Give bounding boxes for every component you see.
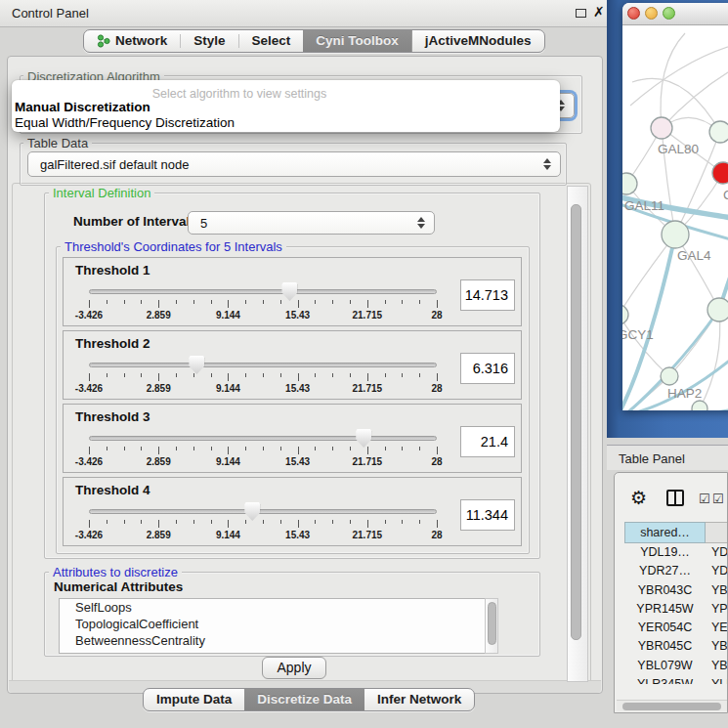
cell-shared-name[interactable]: YBL079W	[624, 657, 706, 675]
tick-label: -3.426	[75, 530, 103, 540]
cell-name[interactable]: YLR3	[706, 675, 728, 684]
tab-label: Impute Data	[156, 689, 232, 710]
table-data-combo[interactable]: galFiltered.sif default node	[27, 151, 561, 177]
table-row[interactable]: YBR043CYBR0	[624, 581, 728, 600]
node-h[interactable]	[707, 298, 728, 321]
tab-style[interactable]: Style	[181, 30, 237, 52]
attribute-item-betweennesscentrality[interactable]: BetweennessCentrality	[60, 632, 497, 649]
tab-network[interactable]: Network	[84, 30, 180, 52]
tick-label: 15.43	[285, 456, 310, 467]
tab-discretize-data[interactable]: Discretize Data	[244, 689, 364, 710]
node-table-rows: YDL19…YDL1YDR27…YDR2YBR043CYBR0YPR145WYP…	[624, 543, 728, 684]
float-window-icon[interactable]	[576, 9, 586, 18]
node-red-selected[interactable]	[712, 162, 728, 184]
table-row[interactable]: YBR045CYBR0	[624, 637, 728, 656]
minor-tick	[332, 300, 333, 304]
popup-option-equal-width[interactable]: Equal Width/Frequency Discretization	[15, 115, 235, 130]
cell-shared-name[interactable]: YER054C	[624, 619, 706, 637]
attribute-item-selfloops[interactable]: SelfLoops	[60, 599, 497, 616]
minor-tick	[211, 373, 212, 377]
major-tick	[367, 300, 368, 308]
minor-tick	[315, 373, 316, 377]
cell-shared-name[interactable]: YDL19…	[624, 543, 706, 562]
table-row[interactable]: YPR145WYPR1	[624, 600, 728, 619]
slider-thumb[interactable]	[281, 282, 297, 301]
attr-list-scrollbar-track[interactable]	[485, 598, 498, 654]
cell-name[interactable]: YBR0	[706, 637, 728, 656]
slider-track[interactable]	[89, 289, 437, 294]
minor-tick	[419, 373, 420, 377]
threshold-panel-2: Threshold 2-3.4262.8599.14415.4321.71528…	[63, 330, 522, 400]
major-tick	[89, 447, 90, 454]
checkbox-icon[interactable]: ☑	[699, 492, 710, 506]
cell-name[interactable]: YDL1	[706, 543, 728, 562]
cell-shared-name[interactable]: YPR145W	[624, 600, 706, 619]
table-row[interactable]: YLR345WYLR3	[624, 675, 728, 684]
table-row[interactable]: YDR27…YDR2	[624, 562, 728, 580]
node-top-right[interactable]	[709, 121, 728, 143]
minimize-traffic-light[interactable]	[645, 7, 658, 20]
attr-list-scrollbar-thumb[interactable]	[488, 602, 496, 645]
slider-track[interactable]	[89, 363, 437, 367]
minor-tick	[211, 447, 212, 450]
cell-shared-name[interactable]: YDR27…	[624, 562, 706, 580]
table-hscrollbar-thumb[interactable]	[622, 703, 721, 710]
major-tick	[89, 520, 90, 528]
major-tick	[367, 373, 368, 381]
zoom-traffic-light[interactable]	[663, 7, 675, 20]
node-bottom[interactable]	[692, 401, 707, 410]
tab-impute-data[interactable]: Impute Data	[144, 689, 244, 710]
cell-name[interactable]: YPR1	[706, 600, 728, 619]
tab-infer-network[interactable]: Infer Network	[364, 689, 474, 710]
tab-jactivemnodules[interactable]: jActiveMNodules	[411, 30, 544, 52]
cell-shared-name[interactable]: YBR045C	[624, 637, 706, 656]
column-layout-icon[interactable]	[666, 490, 684, 506]
slider-thumb[interactable]	[356, 429, 371, 448]
minor-tick	[419, 447, 420, 450]
node-gal80[interactable]	[651, 117, 672, 139]
node-hap2[interactable]	[661, 367, 678, 385]
column-header-name[interactable]: n	[706, 522, 728, 543]
slider-thumb[interactable]	[189, 356, 204, 374]
threshold-value-field[interactable]: 14.713	[460, 279, 515, 311]
network-window: GAL80 G. C GAL11 GAL4 GCY1 H HAP2	[622, 3, 728, 410]
table-hscrollbar-track[interactable]	[617, 700, 727, 711]
minor-tick	[350, 520, 351, 524]
popup-option-manual[interactable]: Manual Discretization	[15, 100, 150, 114]
table-row[interactable]: YDL19…YDL1	[624, 543, 728, 562]
cell-name[interactable]: YBR0	[706, 581, 728, 600]
major-tick	[228, 520, 229, 528]
cell-name[interactable]: YDR2	[706, 562, 728, 580]
table-row[interactable]: YBL079WYBL0	[624, 657, 728, 675]
close-icon[interactable]: ✗	[593, 4, 605, 20]
threshold-value-field[interactable]: 6.316	[460, 353, 515, 384]
tab-select[interactable]: Select	[239, 30, 304, 52]
threshold-value-field[interactable]: 21.4	[460, 426, 515, 457]
checkbox-icon[interactable]: ☑	[712, 492, 724, 506]
cell-name[interactable]: YER0	[706, 619, 728, 637]
slider-track[interactable]	[89, 509, 437, 514]
num-intervals-combo[interactable]: 5	[188, 211, 435, 235]
node-gcy1[interactable]	[622, 305, 628, 324]
cell-name[interactable]: YBL0	[706, 657, 728, 675]
tick-label: 9.144	[216, 383, 240, 394]
slider-thumb[interactable]	[244, 502, 260, 521]
gear-icon[interactable]: ⚙	[630, 487, 647, 509]
network-canvas[interactable]: GAL80 G. C GAL11 GAL4 GCY1 H HAP2	[622, 25, 728, 410]
tab-label: Style	[193, 30, 225, 52]
node-gal11[interactable]	[622, 173, 637, 194]
cell-shared-name[interactable]: YLR345W	[624, 675, 706, 684]
main-scrollbar-track[interactable]	[567, 186, 588, 682]
threshold-value-field[interactable]: 11.344	[460, 499, 515, 531]
tab-cyni-toolbox[interactable]: Cyni Toolbox	[303, 30, 411, 52]
close-traffic-light[interactable]	[627, 7, 640, 20]
main-scrollbar-thumb[interactable]	[571, 204, 581, 640]
column-header-shared-name[interactable]: shared…	[624, 522, 706, 543]
cell-shared-name[interactable]: YBR043C	[624, 581, 706, 600]
node-gal4[interactable]	[662, 221, 689, 248]
minor-tick	[402, 520, 403, 524]
table-row[interactable]: YER054CYER0	[624, 619, 728, 637]
slider-track[interactable]	[89, 436, 437, 441]
attribute-item-topologicalcoefficient[interactable]: TopologicalCoefficient	[60, 616, 497, 632]
apply-button[interactable]: Apply	[262, 657, 326, 679]
